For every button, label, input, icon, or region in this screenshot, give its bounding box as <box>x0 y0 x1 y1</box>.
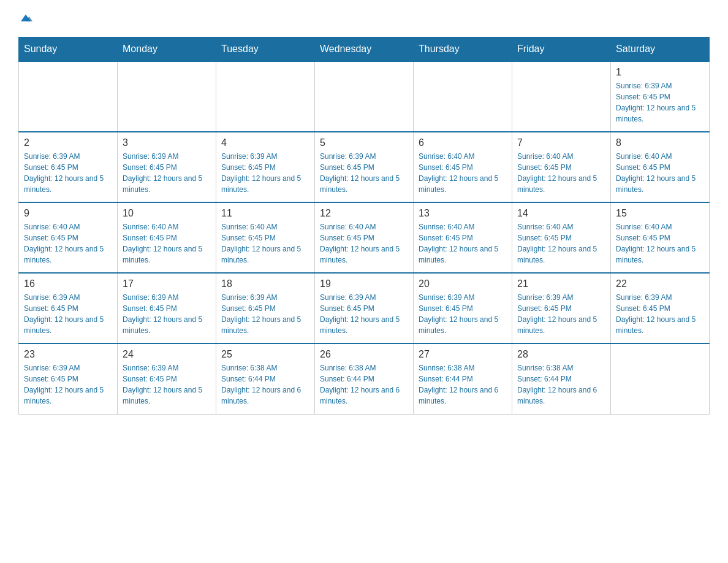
calendar-cell: 12Sunrise: 6:40 AM Sunset: 6:45 PM Dayli… <box>315 202 414 273</box>
day-number: 6 <box>419 137 507 148</box>
day-number: 10 <box>123 208 211 219</box>
day-number: 15 <box>616 208 704 219</box>
day-number: 1 <box>616 67 704 78</box>
calendar-table: SundayMondayTuesdayWednesdayThursdayFrid… <box>18 37 710 415</box>
day-of-week-header: Wednesday <box>315 37 414 62</box>
day-info: Sunrise: 6:40 AM Sunset: 6:45 PM Dayligh… <box>419 221 507 266</box>
logo <box>18 12 33 25</box>
calendar-cell <box>414 61 512 132</box>
day-number: 18 <box>221 278 309 289</box>
day-info: Sunrise: 6:40 AM Sunset: 6:45 PM Dayligh… <box>616 151 704 195</box>
day-number: 5 <box>320 137 408 148</box>
calendar-cell: 3Sunrise: 6:39 AM Sunset: 6:45 PM Daylig… <box>118 132 216 202</box>
calendar-cell: 1Sunrise: 6:39 AM Sunset: 6:45 PM Daylig… <box>611 61 710 132</box>
day-info: Sunrise: 6:40 AM Sunset: 6:45 PM Dayligh… <box>123 221 211 266</box>
calendar-cell: 27Sunrise: 6:38 AM Sunset: 6:44 PM Dayli… <box>414 343 512 414</box>
calendar-cell: 28Sunrise: 6:38 AM Sunset: 6:44 PM Dayli… <box>512 343 611 414</box>
day-number: 28 <box>517 349 605 360</box>
calendar-cell: 17Sunrise: 6:39 AM Sunset: 6:45 PM Dayli… <box>118 273 216 343</box>
calendar-cell: 14Sunrise: 6:40 AM Sunset: 6:45 PM Dayli… <box>512 202 611 273</box>
calendar-cell: 10Sunrise: 6:40 AM Sunset: 6:45 PM Dayli… <box>118 202 216 273</box>
calendar-week-row: 1Sunrise: 6:39 AM Sunset: 6:45 PM Daylig… <box>19 61 710 132</box>
day-number: 3 <box>123 137 211 148</box>
calendar-cell <box>611 343 710 414</box>
day-number: 26 <box>320 349 408 360</box>
day-info: Sunrise: 6:38 AM Sunset: 6:44 PM Dayligh… <box>419 362 507 407</box>
calendar-cell: 22Sunrise: 6:39 AM Sunset: 6:45 PM Dayli… <box>611 273 710 343</box>
day-number: 20 <box>419 278 507 289</box>
calendar-cell: 15Sunrise: 6:40 AM Sunset: 6:45 PM Dayli… <box>611 202 710 273</box>
day-info: Sunrise: 6:40 AM Sunset: 6:45 PM Dayligh… <box>24 221 112 266</box>
day-info: Sunrise: 6:38 AM Sunset: 6:44 PM Dayligh… <box>517 362 605 407</box>
day-info: Sunrise: 6:39 AM Sunset: 6:45 PM Dayligh… <box>419 292 507 336</box>
day-number: 14 <box>517 208 605 219</box>
day-number: 25 <box>221 349 309 360</box>
day-of-week-header: Thursday <box>414 37 512 62</box>
calendar-cell: 19Sunrise: 6:39 AM Sunset: 6:45 PM Dayli… <box>315 273 414 343</box>
day-info: Sunrise: 6:39 AM Sunset: 6:45 PM Dayligh… <box>123 362 211 407</box>
day-of-week-header: Saturday <box>611 37 710 62</box>
calendar-week-row: 9Sunrise: 6:40 AM Sunset: 6:45 PM Daylig… <box>19 202 710 273</box>
day-number: 17 <box>123 278 211 289</box>
day-info: Sunrise: 6:39 AM Sunset: 6:45 PM Dayligh… <box>517 292 605 336</box>
day-info: Sunrise: 6:40 AM Sunset: 6:45 PM Dayligh… <box>517 151 605 195</box>
day-info: Sunrise: 6:40 AM Sunset: 6:45 PM Dayligh… <box>419 151 507 195</box>
calendar-cell: 5Sunrise: 6:39 AM Sunset: 6:45 PM Daylig… <box>315 132 414 202</box>
day-info: Sunrise: 6:40 AM Sunset: 6:45 PM Dayligh… <box>221 221 309 266</box>
calendar-cell: 24Sunrise: 6:39 AM Sunset: 6:45 PM Dayli… <box>118 343 216 414</box>
day-number: 21 <box>517 278 605 289</box>
day-of-week-header: Monday <box>118 37 216 62</box>
day-info: Sunrise: 6:39 AM Sunset: 6:45 PM Dayligh… <box>123 151 211 195</box>
calendar-cell: 13Sunrise: 6:40 AM Sunset: 6:45 PM Dayli… <box>414 202 512 273</box>
day-info: Sunrise: 6:40 AM Sunset: 6:45 PM Dayligh… <box>517 221 605 266</box>
calendar-week-row: 16Sunrise: 6:39 AM Sunset: 6:45 PM Dayli… <box>19 273 710 343</box>
day-info: Sunrise: 6:39 AM Sunset: 6:45 PM Dayligh… <box>616 80 704 124</box>
day-number: 13 <box>419 208 507 219</box>
day-number: 4 <box>221 137 309 148</box>
day-number: 19 <box>320 278 408 289</box>
calendar-cell: 11Sunrise: 6:40 AM Sunset: 6:45 PM Dayli… <box>216 202 315 273</box>
day-number: 9 <box>24 208 112 219</box>
logo-icon <box>18 12 33 25</box>
calendar-cell <box>19 61 118 132</box>
day-info: Sunrise: 6:38 AM Sunset: 6:44 PM Dayligh… <box>221 362 309 407</box>
calendar-cell: 21Sunrise: 6:39 AM Sunset: 6:45 PM Dayli… <box>512 273 611 343</box>
calendar-cell: 8Sunrise: 6:40 AM Sunset: 6:45 PM Daylig… <box>611 132 710 202</box>
day-info: Sunrise: 6:39 AM Sunset: 6:45 PM Dayligh… <box>221 292 309 336</box>
day-info: Sunrise: 6:39 AM Sunset: 6:45 PM Dayligh… <box>24 362 112 407</box>
day-info: Sunrise: 6:39 AM Sunset: 6:45 PM Dayligh… <box>320 292 408 336</box>
calendar-cell: 6Sunrise: 6:40 AM Sunset: 6:45 PM Daylig… <box>414 132 512 202</box>
calendar-cell: 20Sunrise: 6:39 AM Sunset: 6:45 PM Dayli… <box>414 273 512 343</box>
calendar-cell: 18Sunrise: 6:39 AM Sunset: 6:45 PM Dayli… <box>216 273 315 343</box>
day-number: 27 <box>419 349 507 360</box>
day-info: Sunrise: 6:39 AM Sunset: 6:45 PM Dayligh… <box>616 292 704 336</box>
calendar-week-row: 23Sunrise: 6:39 AM Sunset: 6:45 PM Dayli… <box>19 343 710 414</box>
day-info: Sunrise: 6:40 AM Sunset: 6:45 PM Dayligh… <box>616 221 704 266</box>
day-number: 2 <box>24 137 112 148</box>
day-number: 23 <box>24 349 112 360</box>
calendar-cell <box>512 61 611 132</box>
day-info: Sunrise: 6:39 AM Sunset: 6:45 PM Dayligh… <box>320 151 408 195</box>
day-number: 11 <box>221 208 309 219</box>
calendar-header-row: SundayMondayTuesdayWednesdayThursdayFrid… <box>19 37 710 62</box>
day-info: Sunrise: 6:39 AM Sunset: 6:45 PM Dayligh… <box>24 151 112 195</box>
day-of-week-header: Friday <box>512 37 611 62</box>
day-number: 8 <box>616 137 704 148</box>
day-info: Sunrise: 6:39 AM Sunset: 6:45 PM Dayligh… <box>123 292 211 336</box>
day-info: Sunrise: 6:39 AM Sunset: 6:45 PM Dayligh… <box>221 151 309 195</box>
page-header <box>18 12 710 25</box>
calendar-cell: 23Sunrise: 6:39 AM Sunset: 6:45 PM Dayli… <box>19 343 118 414</box>
day-of-week-header: Sunday <box>19 37 118 62</box>
calendar-cell: 4Sunrise: 6:39 AM Sunset: 6:45 PM Daylig… <box>216 132 315 202</box>
calendar-cell <box>216 61 315 132</box>
calendar-cell: 25Sunrise: 6:38 AM Sunset: 6:44 PM Dayli… <box>216 343 315 414</box>
calendar-cell <box>315 61 414 132</box>
day-info: Sunrise: 6:38 AM Sunset: 6:44 PM Dayligh… <box>320 362 408 407</box>
calendar-cell: 2Sunrise: 6:39 AM Sunset: 6:45 PM Daylig… <box>19 132 118 202</box>
calendar-cell <box>118 61 216 132</box>
calendar-week-row: 2Sunrise: 6:39 AM Sunset: 6:45 PM Daylig… <box>19 132 710 202</box>
day-info: Sunrise: 6:39 AM Sunset: 6:45 PM Dayligh… <box>24 292 112 336</box>
day-info: Sunrise: 6:40 AM Sunset: 6:45 PM Dayligh… <box>320 221 408 266</box>
day-number: 24 <box>123 349 211 360</box>
calendar-cell: 9Sunrise: 6:40 AM Sunset: 6:45 PM Daylig… <box>19 202 118 273</box>
